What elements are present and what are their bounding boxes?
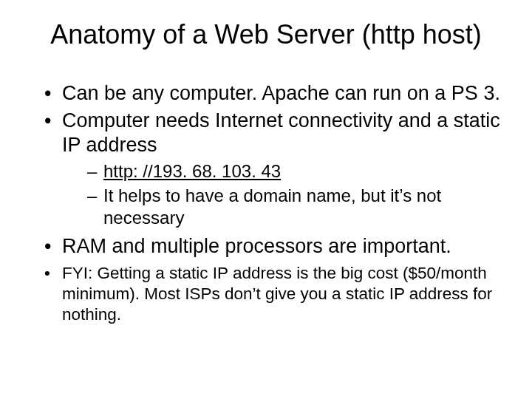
- bullet-text: FYI: Getting a static IP address is the …: [62, 264, 492, 324]
- bullet-item: FYI: Getting a static IP address is the …: [47, 263, 505, 325]
- bullet-item: RAM and multiple processors are importan…: [47, 234, 505, 259]
- slide: Anatomy of a Web Server (http host) Can …: [0, 0, 532, 399]
- sub-bullet-item: It helps to have a domain name, but it’s…: [90, 185, 505, 230]
- sub-bullet-link[interactable]: http: //193. 68. 103. 43: [103, 161, 281, 181]
- bullet-item: Can be any computer. Apache can run on a…: [47, 81, 505, 106]
- bullet-item: Computer needs Internet connectivity and…: [47, 109, 505, 230]
- sub-bullet-text: It helps to have a domain name, but it’s…: [103, 185, 441, 228]
- sub-bullet-list: http: //193. 68. 103. 43 It helps to hav…: [62, 160, 505, 230]
- bullet-text: Computer needs Internet connectivity and…: [62, 109, 500, 156]
- bullet-list: Can be any computer. Apache can run on a…: [27, 81, 505, 325]
- bullet-text: Can be any computer. Apache can run on a…: [62, 82, 500, 104]
- sub-bullet-item: http: //193. 68. 103. 43: [90, 160, 505, 183]
- slide-title: Anatomy of a Web Server (http host): [27, 19, 505, 50]
- bullet-text: RAM and multiple processors are importan…: [62, 235, 451, 257]
